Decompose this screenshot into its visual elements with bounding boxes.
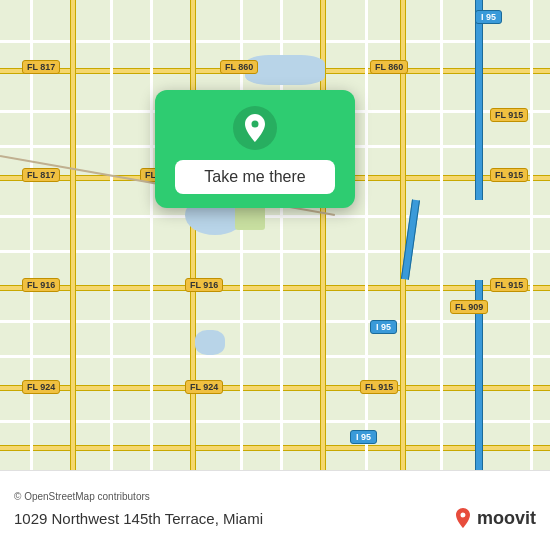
moovit-pin-icon — [451, 506, 475, 530]
moovit-brand-text: moovit — [477, 508, 536, 529]
location-pin-icon — [233, 106, 277, 150]
map-attribution: © OpenStreetMap contributors — [14, 491, 536, 502]
destination-card: Take me there — [155, 90, 355, 208]
moovit-logo: moovit — [451, 506, 536, 530]
bottom-bar: © OpenStreetMap contributors 1029 Northw… — [0, 470, 550, 550]
take-me-there-button[interactable]: Take me there — [175, 160, 335, 194]
address-label: 1029 Northwest 145th Terrace, Miami — [14, 510, 263, 527]
map-view: FL 817 FL 860 FL 860 FL 817 FL 817 FL 91… — [0, 0, 550, 470]
